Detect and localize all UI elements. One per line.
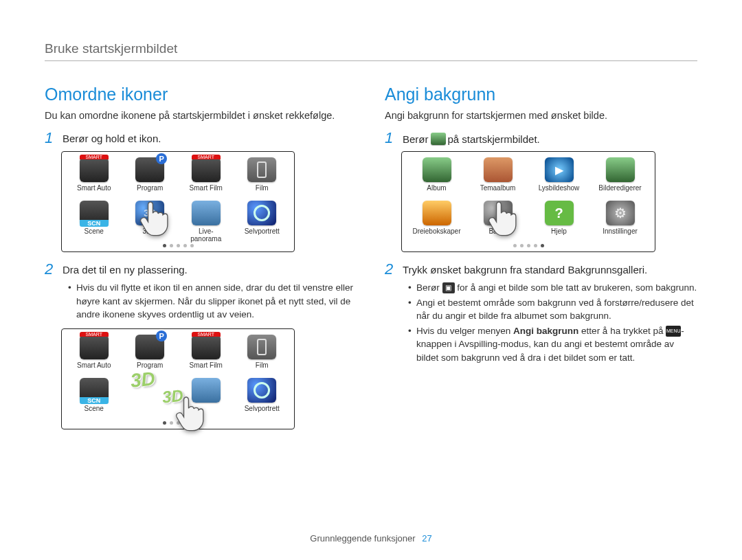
app-dreiebokskaper: Dreiebokskaper (409, 201, 464, 243)
left-title: Omordne ikoner (45, 85, 357, 104)
app-label: Film (256, 361, 269, 377)
app-panorama (179, 378, 234, 420)
app-label: Selvportrett (245, 405, 280, 420)
bullet-text-after: for å angi et bilde som ble tatt av bruk… (457, 282, 697, 293)
panorama-icon (192, 378, 221, 403)
left-intro: Du kan omordne ikonene på startskjermbil… (45, 110, 357, 121)
app-label: Lysbildeshow (539, 184, 580, 199)
app-album: Album (409, 157, 464, 199)
step-number: 1 (45, 131, 57, 146)
threed-icon (135, 201, 164, 225)
album-icon (423, 157, 451, 182)
bullet-item: Hvis du vil flytte et ikon til en annen … (68, 281, 357, 322)
app-label: Hjelp (551, 227, 567, 243)
scene-icon (80, 201, 109, 225)
step-number: 2 (385, 262, 397, 277)
right-intro: Angi bakgrunn for startskjermen med ønsk… (385, 110, 697, 121)
app-hjelp: Hjelp (532, 201, 587, 243)
app-label: Bilderedigerer (598, 184, 641, 199)
scene-icon (80, 378, 109, 403)
app-lysbildeshow: Lysbildeshow (532, 157, 587, 199)
selfportrait-icon (247, 378, 276, 403)
app-film: Film (234, 335, 289, 377)
step-text-after: på startskjermbildet. (448, 133, 540, 145)
left-step-2: 2 Dra det til en ny plassering. (45, 262, 357, 277)
smart-film-icon (192, 335, 221, 359)
bullet-item: Hvis du velger menyen Angi bakgrunn ette… (408, 324, 697, 365)
home-grid-1: Smart Auto Program Smart Film Film Scene… (61, 151, 295, 252)
bullet-item: Angi et bestemt område som bakgrunn ved … (408, 296, 697, 323)
bullet-bold: Angi bakgrunn (513, 326, 578, 336)
slideshow-icon (545, 157, 574, 182)
app-scene: Scene (67, 201, 122, 243)
app-label: Dreiebokskaper (412, 227, 460, 243)
bullet-text-before: Berør (416, 282, 440, 293)
program-icon (135, 335, 164, 359)
app-selfportrait: Selvportrett (234, 378, 289, 420)
app-smart-film: Smart Film (179, 157, 234, 199)
app-label: Scene (85, 227, 104, 243)
background-app-icon (431, 133, 446, 145)
page-number: 27 (422, 533, 431, 544)
film-icon (247, 335, 276, 359)
right-bullets: Berør ▣ for å angi et bilde som ble tatt… (408, 281, 697, 364)
photo-thumb-icon: ▣ (442, 282, 455, 293)
step-text: Berør på startskjermbildet. (403, 131, 540, 145)
app-label: Smart Film (190, 361, 223, 377)
step-text: Trykk ønsket bakgrunn fra standard Bakgr… (403, 262, 647, 276)
page-dots (66, 244, 290, 247)
help-icon (545, 201, 574, 225)
bullet-item: Berør ▣ for å angi et bilde som ble tatt… (408, 281, 697, 295)
page-dots (406, 244, 651, 247)
app-temaalbum: Temaalbum (471, 157, 526, 199)
smart-film-icon (192, 157, 221, 182)
left-step-1: 1 Berør og hold et ikon. (45, 131, 357, 146)
content-columns: Omordne ikoner Du kan omordne ikonene på… (45, 85, 697, 439)
app-label: Smart Auto (77, 361, 111, 377)
app-label: Album (427, 184, 446, 199)
app-scene: Scene (67, 378, 122, 420)
app-label: Film (256, 184, 269, 199)
step-text-before: Berør (403, 133, 429, 145)
left-column: Omordne ikoner Du kan omordne ikonene på… (45, 85, 357, 439)
theme-album-icon (484, 157, 513, 182)
app-smart-auto: Smart Auto (67, 335, 122, 377)
app-empty (122, 378, 177, 420)
app-film: Film (234, 157, 289, 199)
selfportrait-icon (247, 201, 276, 225)
home-grid-right: Album Temaalbum Lysbildeshow Bilderedige… (401, 151, 655, 252)
smart-auto-icon (80, 157, 109, 182)
step-number: 2 (45, 262, 57, 277)
menu-button-icon: MENU (666, 326, 681, 337)
app-selfportrait: Selvportrett (234, 201, 289, 243)
right-column: Angi bakgrunn Angi bakgrunn for startskj… (385, 85, 697, 439)
app-label: Bakgr (488, 227, 506, 243)
page-dots (66, 421, 290, 425)
app-program: Program (122, 335, 177, 377)
step-text: Dra det til en ny plassering. (63, 262, 188, 276)
photo-editor-icon (606, 157, 635, 182)
storyboard-icon (423, 201, 451, 225)
app-label: Scene (85, 405, 104, 420)
app-smart-film: Smart Film (179, 335, 234, 377)
app-label: Live- panorama (190, 227, 221, 243)
app-bilderedigerer: Bilderedigerer (593, 157, 648, 199)
app-label: Program (137, 361, 163, 377)
app-label: Smart Auto (77, 184, 111, 199)
app-label: Smart Film (190, 184, 223, 199)
film-icon (247, 157, 276, 182)
app-label: Selvportrett (245, 227, 280, 243)
app-label: Innstillinger (603, 227, 638, 243)
step-number: 1 (385, 131, 397, 146)
app-bakgrunn: Bakgr (471, 201, 526, 243)
settings-icon (606, 201, 635, 225)
app-label: Program (137, 184, 163, 199)
footer-text: Grunnleggende funksjoner (310, 533, 415, 544)
app-program: Program (122, 157, 177, 199)
smart-auto-icon (80, 335, 109, 359)
page-footer: Grunnleggende funksjoner 27 (0, 533, 742, 544)
right-step-1: 1 Berør på startskjermbildet. (385, 131, 697, 146)
left-bullets: Hvis du vil flytte et ikon til en annen … (68, 281, 357, 322)
app-innstillinger: Innstillinger (593, 201, 648, 243)
panorama-icon (192, 201, 221, 225)
